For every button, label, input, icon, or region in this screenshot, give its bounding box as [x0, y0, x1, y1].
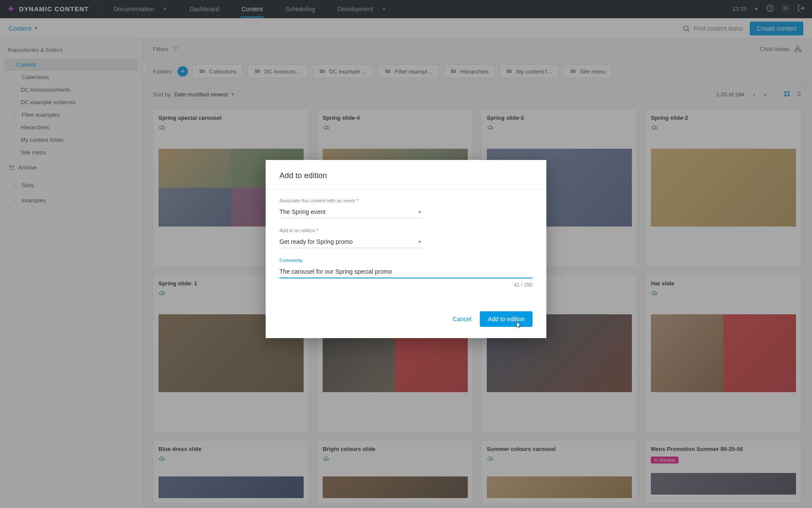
chevron-down-icon: ▼	[418, 210, 422, 214]
cursor-icon	[514, 320, 522, 331]
cancel-button[interactable]: Cancel	[453, 316, 472, 323]
modal-title: Add to edition	[266, 160, 546, 189]
add-to-edition-button[interactable]: Add to edition	[480, 311, 533, 327]
char-count: 41 / 250	[279, 282, 533, 288]
event-select[interactable]: The Spring event ▼	[279, 206, 422, 218]
event-select-value: The Spring event	[279, 208, 326, 215]
comments-input[interactable]	[279, 265, 533, 278]
edition-select-value: Get ready for Spring promo	[279, 238, 353, 245]
comments-field-label: Comments	[279, 258, 533, 263]
edition-select[interactable]: Get ready for Spring promo ▼	[279, 236, 422, 248]
event-field-label: Associate this content with an event *	[279, 198, 533, 203]
add-to-edition-modal: Add to edition Associate this content wi…	[266, 160, 546, 338]
edition-field-label: Add to an edition *	[279, 228, 533, 233]
chevron-down-icon: ▼	[418, 240, 422, 244]
modal-overlay: Add to edition Associate this content wi…	[0, 0, 812, 508]
